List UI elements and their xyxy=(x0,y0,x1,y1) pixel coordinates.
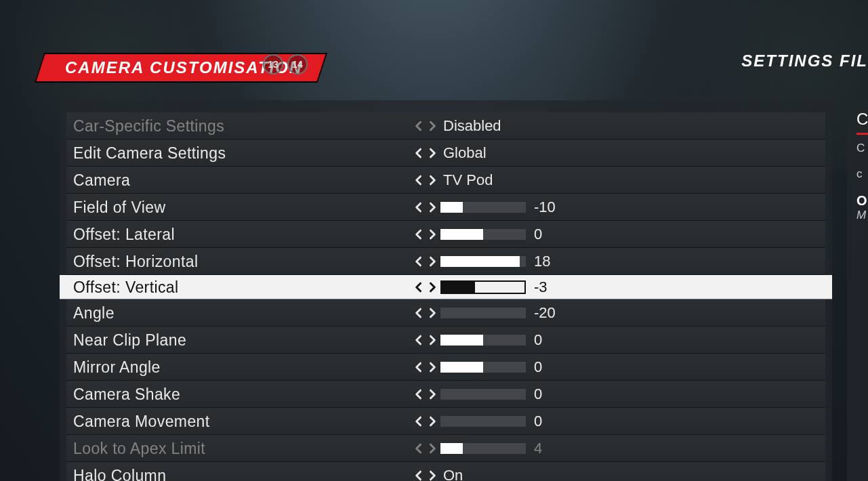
value-slider[interactable] xyxy=(440,335,526,346)
value-slider[interactable] xyxy=(440,280,526,294)
setting-row-angle[interactable]: Angle -20 xyxy=(66,299,825,327)
setting-row-camera-move[interactable]: Camera Movement 0 xyxy=(66,408,825,435)
desc-line: C xyxy=(856,142,868,155)
value-slider[interactable] xyxy=(440,389,526,400)
setting-label: Camera Shake xyxy=(66,385,412,404)
value-slider[interactable] xyxy=(440,362,526,373)
left-right-arrows-icon[interactable] xyxy=(412,442,440,455)
setting-row-car-specific[interactable]: Car-Specific Settings Disabled xyxy=(66,112,825,140)
value-slider[interactable] xyxy=(440,308,526,318)
left-right-arrows-icon[interactable] xyxy=(412,255,440,268)
setting-value: On xyxy=(440,467,463,481)
setting-label: Halo Column xyxy=(66,467,412,482)
setting-value: Disabled xyxy=(440,117,501,135)
setting-row-offset-lateral[interactable]: Offset: Lateral 0 xyxy=(66,221,825,248)
left-right-arrows-icon[interactable] xyxy=(412,201,440,214)
left-right-arrows-icon[interactable] xyxy=(412,415,440,428)
setting-label: Camera xyxy=(66,171,412,190)
setting-row-mirror-angle[interactable]: Mirror Angle 0 xyxy=(66,354,825,381)
value-slider[interactable] xyxy=(440,229,526,240)
left-right-arrows-icon[interactable] xyxy=(412,228,440,241)
setting-label: Offset: Vertical xyxy=(66,278,412,297)
setting-value: 0 xyxy=(531,226,542,243)
step-badges: 13 14 xyxy=(263,54,308,75)
value-slider[interactable] xyxy=(440,256,526,267)
settings-panel: Car-Specific Settings DisabledEdit Camer… xyxy=(60,100,832,481)
setting-label: Near Clip Plane xyxy=(66,331,412,350)
setting-label: Camera Movement xyxy=(66,413,412,431)
setting-label: Field of View xyxy=(66,198,412,217)
setting-label: Look to Apex Limit xyxy=(66,440,412,458)
settings-file-heading: SETTINGS FIL xyxy=(741,51,868,70)
desc-divider xyxy=(856,133,868,135)
left-right-arrows-icon[interactable] xyxy=(412,280,440,294)
setting-row-edit-camera[interactable]: Edit Camera Settings Global xyxy=(66,140,825,167)
setting-label: Angle xyxy=(66,304,412,322)
setting-row-offset-horiz[interactable]: Offset: Horizontal 18 xyxy=(66,248,825,275)
desc-line: c xyxy=(856,167,868,181)
setting-value: 4 xyxy=(531,440,542,457)
left-right-arrows-icon[interactable] xyxy=(412,333,440,347)
value-slider[interactable] xyxy=(440,202,526,213)
setting-value: TV Pod xyxy=(440,171,493,189)
left-right-arrows-icon[interactable] xyxy=(412,173,440,187)
setting-value: 18 xyxy=(531,253,550,270)
setting-row-camera-shake[interactable]: Camera Shake 0 xyxy=(66,381,825,408)
setting-value: Global xyxy=(440,144,487,162)
setting-label: Car-Specific Settings xyxy=(66,117,412,135)
setting-row-look-apex[interactable]: Look to Apex Limit 4 xyxy=(66,435,825,462)
description-panel: C C c O M xyxy=(847,100,868,481)
setting-value: 0 xyxy=(531,358,542,376)
left-right-arrows-icon[interactable] xyxy=(412,388,440,401)
setting-label: Edit Camera Settings xyxy=(66,144,412,163)
setting-label: Offset: Lateral xyxy=(66,226,412,244)
value-slider[interactable] xyxy=(440,443,526,454)
setting-row-camera[interactable]: Camera TV Pod xyxy=(66,167,825,194)
setting-row-fov[interactable]: Field of View -10 xyxy=(66,194,825,221)
left-right-arrows-icon[interactable] xyxy=(412,306,440,320)
header: CAMERA CUSTOMISATION 13 14 SETTINGS FIL xyxy=(0,53,868,83)
value-slider[interactable] xyxy=(440,416,526,427)
setting-value: -10 xyxy=(531,198,556,216)
setting-value: 0 xyxy=(531,413,542,430)
desc-subvalue: M xyxy=(856,209,868,222)
left-right-arrows-icon[interactable] xyxy=(412,119,440,133)
setting-value: -20 xyxy=(531,304,556,322)
setting-label: Offset: Horizontal xyxy=(66,253,412,271)
setting-row-near-clip[interactable]: Near Clip Plane 0 xyxy=(66,327,825,354)
desc-title: C xyxy=(856,110,868,129)
step-badge[interactable]: 14 xyxy=(287,54,308,75)
step-badge[interactable]: 13 xyxy=(263,54,283,75)
setting-value: -3 xyxy=(531,278,547,296)
setting-row-offset-vert[interactable]: Offset: Vertical -3 xyxy=(60,275,832,299)
setting-label: Mirror Angle xyxy=(66,358,412,377)
desc-subhead: O xyxy=(856,193,868,209)
setting-value: 0 xyxy=(531,331,542,349)
left-right-arrows-icon[interactable] xyxy=(412,469,440,481)
setting-value: 0 xyxy=(531,385,542,403)
left-right-arrows-icon[interactable] xyxy=(412,360,440,374)
setting-row-halo-column[interactable]: Halo Column On xyxy=(66,462,825,481)
left-right-arrows-icon[interactable] xyxy=(412,146,440,160)
